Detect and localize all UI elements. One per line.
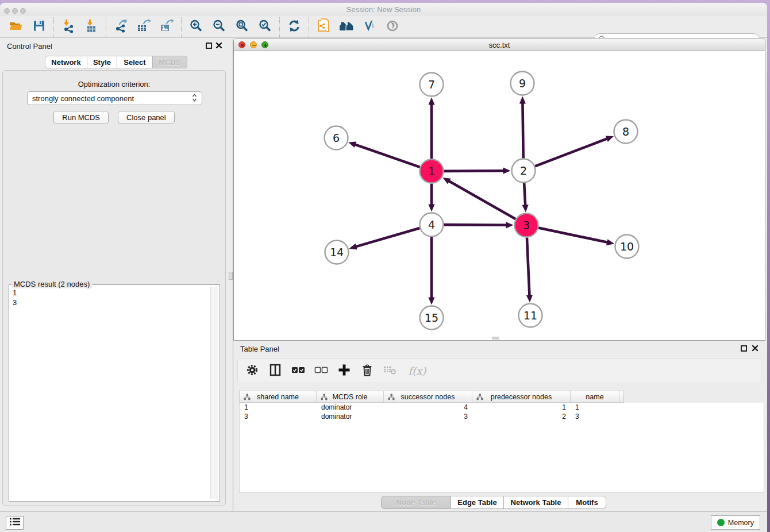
table-cell: 3 (571, 412, 619, 421)
export-table-button[interactable] (132, 18, 155, 36)
edge-4-14[interactable] (355, 228, 419, 247)
edge-3-11[interactable] (527, 237, 530, 296)
edge-arrowhead (349, 244, 357, 250)
column-header-predecessor-nodes[interactable]: predecessor nodes (472, 391, 571, 402)
table-settings-button[interactable] (245, 364, 260, 379)
edge-1-2[interactable] (444, 171, 504, 171)
tab-node-table[interactable]: Node Table (381, 496, 451, 509)
show-columns-button[interactable] (268, 364, 283, 379)
fx-icon: f(x) (409, 365, 426, 377)
column-header-name[interactable]: name (571, 391, 619, 402)
delete-table-button[interactable] (383, 364, 398, 379)
import-network-button[interactable] (57, 18, 80, 36)
toolbar-separator (309, 17, 309, 37)
table-row[interactable]: 1dominator411 (240, 403, 764, 412)
result-line: 1 (13, 288, 209, 298)
table-panel: Table Panel f(x) shared name MCDS (233, 342, 765, 511)
network-scroll-grip[interactable] (492, 337, 499, 340)
tab-edge-table[interactable]: Edge Table (451, 496, 504, 509)
table-cell: 1 (571, 403, 619, 412)
export-network-button[interactable] (109, 18, 132, 36)
toolbar-separator (279, 17, 280, 37)
graph-node-label: 4 (428, 218, 435, 231)
graph-node-label: 2 (520, 164, 527, 177)
criterion-dropdown[interactable]: strongly connected component (27, 91, 202, 105)
zoom-in-icon (189, 19, 203, 35)
edge-4-3[interactable] (444, 225, 507, 225)
select-all-columns-button[interactable] (291, 364, 306, 379)
edge-arrowhead (606, 239, 614, 245)
new-network-from-selection-button[interactable] (312, 18, 335, 36)
edge-2-8[interactable] (535, 138, 608, 166)
save-icon (32, 19, 46, 35)
refresh-button[interactable] (283, 18, 306, 36)
zoom-selected-icon (258, 19, 272, 35)
optimization-criterion-label: Optimization criterion: (3, 80, 225, 88)
node-table: shared name MCDS role successor nodes pr… (239, 391, 624, 493)
close-table-panel-icon[interactable] (752, 345, 759, 352)
open-session-button[interactable] (5, 18, 28, 36)
save-session-button[interactable] (28, 18, 51, 36)
control-panel-tabs: Network Style Select MCDS (45, 56, 187, 68)
table-cell: 4 (384, 403, 472, 412)
deselect-all-columns-button[interactable] (314, 364, 329, 379)
tab-network[interactable]: Network (45, 56, 87, 68)
table-type-tabs: Node Table Edge Table Network Table Moti… (381, 496, 606, 509)
float-table-panel-icon[interactable] (741, 345, 747, 352)
edge-3-1[interactable] (448, 181, 515, 219)
delete-column-button[interactable] (360, 364, 375, 379)
run-mcds-button[interactable]: Run MCDS (53, 111, 109, 124)
edge-arrowhead (506, 222, 513, 228)
plus-icon (338, 364, 351, 379)
mcds-result-text[interactable]: 1 3 (11, 287, 210, 499)
column-label: predecessor nodes (491, 393, 552, 401)
tab-network-table[interactable]: Network Table (504, 496, 568, 509)
control-panel-title: Control Panel (7, 42, 52, 51)
delete-table-icon (383, 364, 397, 378)
eye-button[interactable] (381, 18, 404, 36)
first-neighbors-button[interactable] (335, 18, 358, 36)
table-panel-header: Table Panel (233, 342, 765, 356)
close-panel-button[interactable]: Close panel (118, 111, 175, 124)
zoom-in-button[interactable] (184, 18, 207, 36)
column-header-successor-nodes[interactable]: successor nodes (384, 391, 472, 402)
tab-mcds[interactable]: MCDS (153, 56, 187, 68)
import-table-button[interactable] (80, 18, 103, 36)
column-label: shared name (257, 393, 299, 401)
splitter-grip[interactable] (229, 272, 233, 280)
table-cell: dominator (317, 403, 384, 412)
table-body[interactable]: 1dominator4113dominator323 (239, 403, 764, 493)
toolbar-separator (106, 17, 106, 37)
tab-select[interactable]: Select (117, 56, 153, 68)
edge-2-9[interactable] (522, 102, 523, 158)
result-scrollbar[interactable] (210, 287, 218, 499)
column-header-mcds-role[interactable]: MCDS role (317, 391, 384, 402)
add-column-button[interactable] (337, 364, 352, 379)
mcds-panel: Optimization criterion: strongly connect… (2, 70, 226, 506)
float-panel-icon[interactable] (206, 43, 212, 49)
table-cell: 1 (240, 403, 317, 412)
tab-style[interactable]: Style (87, 56, 117, 68)
task-history-button[interactable] (6, 516, 24, 530)
function-builder-button[interactable]: f(x) (406, 364, 429, 379)
zoom-out-button[interactable] (207, 18, 230, 36)
export-image-button[interactable] (155, 18, 178, 36)
export-image-icon (159, 19, 174, 35)
show-hide-button[interactable] (358, 18, 381, 36)
edge-3-10[interactable] (538, 228, 608, 242)
edge-arrowhead (522, 205, 529, 212)
edge-arrowhead (519, 96, 526, 103)
zoom-selected-button[interactable] (253, 18, 276, 36)
edge-2-3[interactable] (524, 183, 525, 206)
unchecked-boxes-icon (314, 365, 328, 377)
graph-node-label: 10 (620, 240, 634, 253)
network-canvas[interactable]: 7968124314101511 (234, 51, 765, 341)
memory-button[interactable]: Memory (711, 515, 760, 530)
table-row[interactable]: 3dominator323 (240, 412, 764, 421)
table-panel-title: Table Panel (240, 345, 279, 353)
zoom-fit-button[interactable] (230, 18, 253, 36)
edge-1-6[interactable] (355, 144, 420, 167)
column-header-shared-name[interactable]: shared name (240, 391, 317, 402)
close-panel-icon[interactable] (215, 42, 222, 49)
tab-motifs[interactable]: Motifs (568, 496, 606, 509)
